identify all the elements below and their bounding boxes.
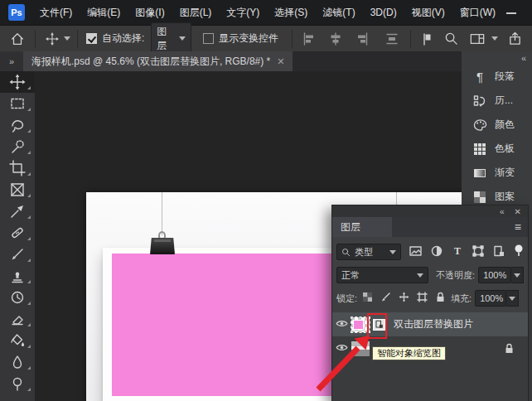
panel-label: 段落 (495, 70, 515, 84)
chevron-down-icon (179, 36, 186, 41)
photoshop-logo: Ps (8, 4, 25, 21)
binder-clip (149, 231, 176, 256)
auto-select-label: 自动选择: (102, 31, 144, 46)
chevron-down-icon[interactable] (64, 36, 70, 41)
panel-label: 渐变 (495, 166, 515, 180)
lock-transparency-icon[interactable] (362, 292, 373, 305)
history-brush-tool[interactable] (0, 287, 35, 308)
annotation-arrow (308, 325, 388, 394)
gradient-icon (472, 166, 487, 181)
dodge-tool[interactable] (0, 373, 35, 394)
quick-selection-tool[interactable] (0, 136, 35, 157)
workspace-icon[interactable] (467, 32, 488, 46)
panel-menu-icon[interactable]: ≡ (515, 220, 528, 234)
lock-position-icon[interactable] (399, 292, 409, 305)
panel-button-color[interactable]: 颜色 (462, 113, 532, 137)
frame-tool[interactable] (0, 179, 35, 200)
tab-close-icon[interactable]: ✕ (277, 56, 284, 67)
clone-stamp-tool[interactable] (0, 265, 35, 287)
crop-tool[interactable] (0, 157, 35, 179)
dock-collapse-icon[interactable]: « (462, 51, 532, 65)
minimize-icon[interactable] (505, 7, 517, 17)
menu-item-image[interactable]: 图像(I) (128, 0, 171, 25)
lasso-tool[interactable] (0, 114, 35, 136)
home-icon[interactable] (7, 31, 28, 46)
tab-layers[interactable]: 图层 (332, 217, 392, 237)
panel-label: 历... (495, 94, 513, 108)
show-transform-checkbox[interactable] (203, 33, 214, 44)
fill-input[interactable]: 100% (475, 290, 506, 307)
tools-panel (0, 71, 35, 401)
svg-text:T: T (454, 245, 461, 257)
rectangular-marquee-tool[interactable] (0, 93, 35, 114)
pattern-icon (472, 190, 487, 205)
filter-type-layers-icon[interactable]: T (452, 245, 463, 259)
move-tool[interactable] (0, 71, 35, 93)
align-left-icon[interactable] (299, 32, 319, 46)
filter-pixel-layers-icon[interactable] (409, 245, 422, 259)
title-bar: Ps 文件(F) 编辑(E) 图像(I) 图层(L) 文字(Y) 选择(S) 滤… (0, 0, 532, 25)
filter-toggle-icon[interactable] (514, 244, 524, 259)
history-icon (472, 94, 487, 109)
opacity-value: 100% (483, 270, 506, 280)
lock-artboard-icon[interactable] (417, 292, 428, 305)
chevron-down-icon (417, 273, 423, 278)
align-center-icon[interactable] (326, 32, 346, 46)
chevron-down-icon[interactable] (491, 36, 498, 41)
document-tab-bar: » 海报样机.psd @ 45.6% (双击图层替换图片, RGB/8#) * … (0, 51, 462, 71)
filter-type-label: 类型 (355, 246, 373, 258)
share-icon[interactable] (505, 31, 525, 46)
menu-item-layer[interactable]: 图层(L) (173, 0, 219, 25)
lock-icon (504, 343, 515, 356)
blur-tool[interactable] (0, 351, 35, 373)
blend-mode-value: 正常 (341, 269, 360, 282)
menu-item-type[interactable]: 文字(Y) (220, 0, 266, 25)
filter-shape-layers-icon[interactable] (472, 245, 484, 259)
fill-dropdown-icon[interactable] (506, 290, 519, 307)
search-icon[interactable] (441, 31, 462, 46)
panel-collapse-icon[interactable]: « (500, 207, 505, 216)
options-bar: 自动选择: 图层 显示变换控件 (0, 25, 532, 51)
hanging-string (162, 192, 162, 235)
filter-adjustment-layers-icon[interactable] (431, 245, 443, 259)
menu-item-filter[interactable]: 滤镜(T) (316, 0, 361, 25)
document-tab[interactable]: 海报样机.psd @ 45.6% (双击图层替换图片, RGB/8#) * ✕ (23, 51, 293, 71)
opacity-input[interactable]: 100% (478, 267, 511, 283)
auto-select-target-dropdown[interactable]: 图层 (151, 22, 191, 56)
panel-button-paragraph[interactable]: ¶ 段落 (462, 65, 532, 89)
panel-label: 图案 (495, 190, 515, 204)
eraser-tool[interactable] (0, 308, 35, 330)
filter-smart-objects-icon[interactable] (493, 245, 505, 259)
brush-tool[interactable] (0, 244, 35, 265)
layer-filter-dropdown[interactable]: 类型 (336, 244, 401, 260)
opacity-dropdown-icon[interactable] (511, 267, 524, 283)
menu-item-view[interactable]: 视图(V) (405, 0, 452, 25)
menu-item-file[interactable]: 文件(F) (33, 0, 79, 25)
menu-item-edit[interactable]: 编辑(E) (80, 0, 127, 25)
lock-all-icon[interactable] (435, 292, 446, 305)
fill-value: 100% (480, 293, 503, 303)
blend-mode-dropdown[interactable]: 正常 (336, 267, 428, 283)
opacity-label: 不透明度: (436, 269, 475, 282)
panel-button-gradients[interactable]: 渐变 (462, 161, 532, 185)
distribute-icon[interactable] (382, 32, 402, 46)
healing-brush-tool[interactable] (0, 222, 35, 244)
flag-icon[interactable] (418, 32, 438, 46)
photoshop-window: Ps 文件(F) 编辑(E) 图像(I) 图层(L) 文字(Y) 选择(S) 滤… (0, 0, 532, 401)
layer-name[interactable]: 双击图层替换图片 (394, 317, 473, 331)
paragraph-icon: ¶ (472, 70, 487, 85)
align-right-icon[interactable] (352, 32, 372, 46)
toolbar-expand-icon[interactable]: » (0, 51, 23, 71)
panel-button-history[interactable]: 历... (462, 89, 532, 113)
fill-label: 填充: (451, 292, 472, 305)
panel-button-swatches[interactable]: 色板 (462, 137, 532, 161)
menu-item-select[interactable]: 选择(S) (268, 0, 314, 25)
menu-item-window[interactable]: 窗口(W) (453, 0, 502, 25)
menu-item-3d[interactable]: 3D(D) (364, 0, 404, 25)
paint-bucket-tool[interactable] (0, 330, 35, 351)
move-tool-icon[interactable] (42, 32, 62, 46)
panel-close-icon[interactable]: ✕ (515, 207, 521, 216)
auto-select-checkbox[interactable] (86, 33, 97, 44)
eyedropper-tool[interactable] (0, 200, 35, 222)
lock-pixels-icon[interactable] (380, 292, 391, 305)
